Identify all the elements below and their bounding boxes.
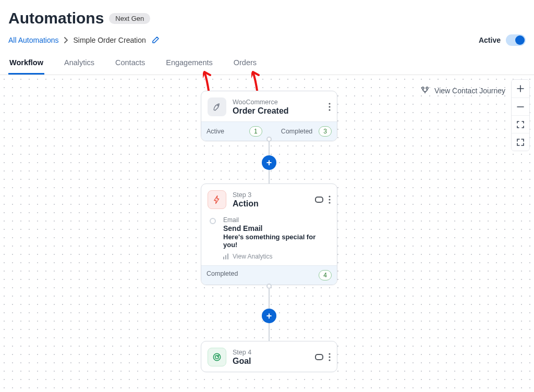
fit-icon <box>517 121 524 128</box>
svg-point-12 <box>329 356 330 358</box>
tab-engagements[interactable]: Engagements <box>165 55 213 75</box>
goal-title: Goal <box>233 357 251 366</box>
action-completed-count: 4 <box>319 270 332 280</box>
action-title: Action <box>233 199 259 209</box>
view-analytics-label: View Analytics <box>233 253 272 260</box>
svg-point-4 <box>329 106 330 107</box>
svg-point-1 <box>426 87 428 89</box>
tabs: Workflow Analytics Contacts Engagements … <box>0 50 534 75</box>
action-node[interactable]: Step 3 Action Email Send Email Here' <box>201 183 337 285</box>
active-label: Active <box>479 36 501 44</box>
breadcrumb: All Automations Simple Order Creation <box>8 36 160 44</box>
tab-analytics[interactable]: Analytics <box>63 55 95 75</box>
trigger-source: WooCommerce <box>233 99 289 106</box>
analytics-icon <box>223 253 229 260</box>
trigger-active-label: Active <box>207 128 224 135</box>
action-channel: Email <box>223 216 329 224</box>
note-icon[interactable] <box>315 354 323 360</box>
rocket-icon <box>208 97 226 116</box>
canvas-controls <box>511 79 530 151</box>
goal-step-label: Step 4 <box>233 349 251 356</box>
expand-icon <box>517 139 524 146</box>
breadcrumb-root-link[interactable]: All Automations <box>8 36 59 44</box>
goal-node[interactable]: Step 4 Goal <box>201 341 337 372</box>
fit-screen-button[interactable] <box>512 115 529 133</box>
action-name: Send Email <box>223 224 329 232</box>
view-contact-journey-link[interactable]: View Contact Journey <box>421 87 505 95</box>
trigger-completed-count: 3 <box>319 126 332 137</box>
svg-point-0 <box>422 87 424 89</box>
svg-point-3 <box>329 103 330 104</box>
subheader: All Automations Simple Order Creation Ac… <box>0 30 534 50</box>
svg-point-5 <box>329 109 330 111</box>
page-title: Automations <box>8 9 104 27</box>
add-step-button[interactable] <box>262 309 276 323</box>
trigger-title: Order Created <box>233 106 289 116</box>
svg-point-7 <box>329 199 330 200</box>
chevron-right-icon <box>64 37 68 43</box>
fullscreen-button[interactable] <box>512 133 529 151</box>
action-subject: Here's something special for you! <box>223 233 329 249</box>
view-contact-journey-label: View Contact Journey <box>434 87 505 95</box>
plus-icon <box>517 85 524 92</box>
edit-icon[interactable] <box>151 36 160 44</box>
view-analytics-link[interactable]: View Analytics <box>223 253 329 260</box>
connector-dot <box>266 137 272 142</box>
zoom-out-button[interactable] <box>512 97 529 115</box>
svg-point-6 <box>329 195 330 197</box>
note-icon[interactable] <box>315 197 323 203</box>
workflow-canvas[interactable]: View Contact Journey WooComme <box>0 75 534 392</box>
trigger-completed-label: Completed <box>281 128 312 135</box>
next-gen-badge: Next Gen <box>109 13 150 24</box>
svg-point-13 <box>329 359 330 361</box>
trigger-active-count: 1 <box>249 126 262 137</box>
more-icon[interactable] <box>329 195 331 204</box>
svg-point-2 <box>217 105 219 106</box>
page-header: Automations Next Gen <box>0 0 534 30</box>
connector-dot <box>266 284 272 289</box>
svg-point-11 <box>329 353 330 354</box>
tab-contacts[interactable]: Contacts <box>114 55 146 75</box>
active-toggle[interactable] <box>506 34 526 46</box>
more-icon[interactable] <box>329 353 331 361</box>
zoom-in-button[interactable] <box>512 80 529 97</box>
tab-orders[interactable]: Orders <box>233 55 258 75</box>
svg-point-8 <box>329 202 330 203</box>
minus-icon <box>517 103 524 111</box>
action-step-label: Step 3 <box>233 191 259 199</box>
bolt-icon <box>208 190 226 209</box>
action-completed-label: Completed <box>207 270 238 280</box>
active-toggle-area: Active <box>479 34 526 46</box>
target-icon <box>208 348 226 366</box>
breadcrumb-current: Simple Order Creation <box>74 36 146 44</box>
more-icon[interactable] <box>329 103 331 111</box>
branch-icon <box>421 87 429 95</box>
step-bullet <box>210 218 216 224</box>
trigger-node[interactable]: WooCommerce Order Created Active 1 Compl… <box>201 91 337 141</box>
add-step-button[interactable] <box>262 155 276 170</box>
tab-workflow[interactable]: Workflow <box>8 55 44 75</box>
